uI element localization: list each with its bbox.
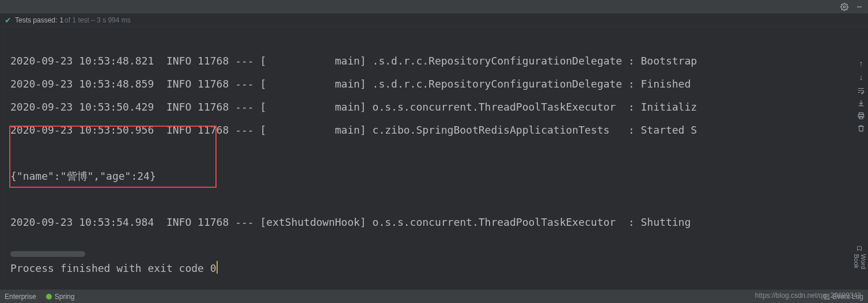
text-cursor (217, 261, 218, 274)
check-icon: ✔ (5, 16, 12, 25)
up-arrow-icon[interactable]: ↑ (859, 59, 863, 68)
log-line: 2020-09-23 10:53:48.821 INFO 11768 --- [… (10, 55, 697, 67)
left-gutter (0, 26, 5, 281)
status-item-spring[interactable]: Spring (46, 293, 75, 301)
down-arrow-icon[interactable]: ↓ (859, 73, 863, 82)
status-item-enterprise[interactable]: Enterprise (5, 293, 36, 301)
watermark: https://blog.csdn.net/qq_29689343 (755, 291, 861, 300)
status-bar: Enterprise Spring Event Log (0, 289, 868, 303)
tests-status-bar: ✔ Tests passed: 1 of 1 test – 3 s 994 ms (0, 14, 868, 26)
top-toolbar (0, 0, 868, 14)
tests-count: 1 (59, 16, 63, 24)
soft-wrap-icon[interactable] (857, 86, 865, 94)
tests-suffix: of 1 test – 3 s 994 ms (65, 16, 131, 24)
gear-icon[interactable] (840, 3, 848, 11)
svg-point-0 (843, 6, 846, 8)
log-line: 2020-09-23 10:53:54.984 INFO 11768 --- [… (10, 216, 697, 228)
console-wrap: 2020-09-23 10:53:48.821 INFO 11768 --- [… (0, 26, 868, 281)
print-icon[interactable] (857, 112, 865, 120)
word-book-label: Word Book (853, 254, 867, 281)
log-line: 2020-09-23 10:53:50.429 INFO 11768 --- [… (10, 101, 697, 113)
console-toolbar: ↑ ↓ (854, 53, 868, 132)
tests-label: Tests passed: (15, 16, 57, 24)
word-book-tab[interactable]: Word Book (853, 245, 867, 281)
horizontal-scrollbar[interactable] (10, 251, 85, 257)
minimize-icon[interactable] (855, 3, 863, 11)
log-line: {"name":"訾博","age":24} (10, 170, 156, 182)
console-output[interactable]: 2020-09-23 10:53:48.821 INFO 11768 --- [… (5, 26, 868, 281)
status-item-label: Enterprise (5, 293, 36, 301)
log-line: Process finished with exit code 0 (10, 262, 217, 274)
svg-point-5 (46, 294, 52, 300)
scroll-to-end-icon[interactable] (857, 99, 865, 107)
clear-all-icon[interactable] (857, 124, 865, 132)
status-item-label: Spring (55, 293, 75, 301)
log-line: 2020-09-23 10:53:50.956 INFO 11768 --- [… (10, 124, 697, 136)
log-line: 2020-09-23 10:53:48.859 INFO 11768 --- [… (10, 78, 697, 90)
status-left: Enterprise Spring (5, 293, 74, 301)
